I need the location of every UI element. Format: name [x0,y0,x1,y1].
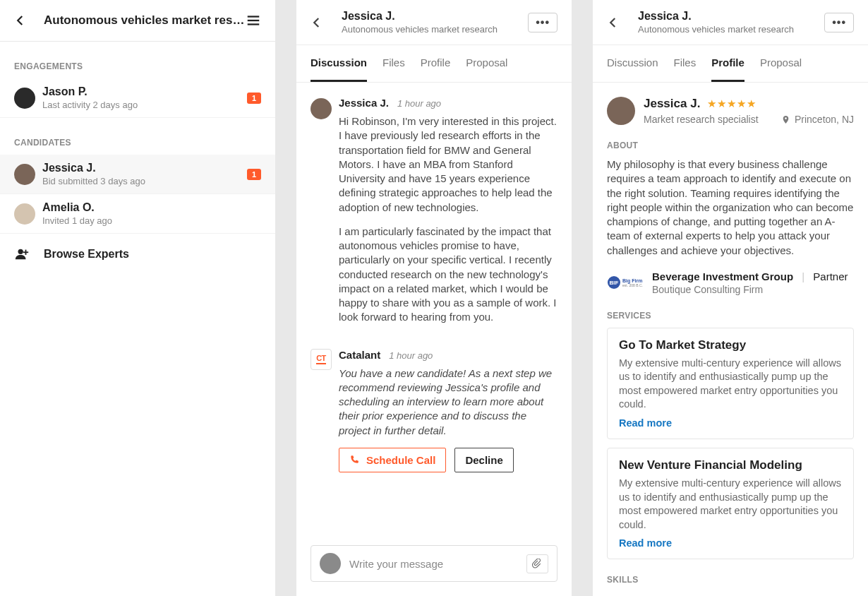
employer-text: Beverage Investment Group | Partner Bout… [652,270,854,295]
header-text: Jessica J. Autonomous vehicles market re… [342,10,528,35]
service-description: My extensive multi-century experience wi… [619,357,842,412]
message-author: Catalant [339,349,380,361]
person-name: Jason P. [42,85,247,98]
left-header: Autonomous vehicles market resear... [0,0,275,42]
tab-proposal[interactable]: Proposal [466,45,507,82]
tab-discussion[interactable]: Discussion [607,45,658,82]
header-name: Jessica J. [638,10,824,23]
menu-button[interactable] [246,13,261,28]
panel-header: Jessica J. Autonomous vehicles market re… [593,0,868,45]
employer-block: BIF Big Firm est. 208 B.C. Beverage Inve… [607,270,854,295]
notification-badge: 1 [247,169,261,180]
profile-role: Market research specialist [644,114,759,125]
notification-badge: 1 [247,93,261,104]
person-subtext: Invited 1 day ago [42,215,261,226]
engagement-row[interactable]: Jason P. Last activity 2 days ago 1 [0,78,275,118]
about-label: ABOUT [607,141,854,150]
rating-stars-icon: ★★★★★ [707,97,757,110]
person-subtext: Bid submitted 3 days ago [42,176,247,186]
message-text: Hi Robinson, I'm very interested in this… [339,114,557,325]
service-title: New Venture Financial Modeling [619,458,842,472]
about-text: My philosophy is that every business cha… [607,157,854,258]
decline-label: Decline [465,454,502,466]
avatar [14,164,35,185]
page-title: Autonomous vehicles market resear... [44,13,246,28]
read-more-link[interactable]: Read more [619,417,842,429]
tab-profile[interactable]: Profile [711,45,745,82]
discussion-body: Jessica J. 1 hour ago Hi Robinson, I'm v… [296,83,572,535]
message-author: Jessica J. [339,97,389,109]
profile-body: Jessica J. ★★★★★ Market research special… [593,83,868,596]
services-label: SERVICES [607,311,854,321]
candidate-row[interactable]: Jessica J. Bid submitted 3 days ago 1 [0,155,275,194]
attach-button[interactable] [526,554,548,573]
skills-label: SKILLS [607,575,854,585]
browse-experts-button[interactable]: Browse Experts [0,234,275,275]
message-paragraph: I am particularly fascinated by the impa… [339,225,557,325]
left-panel: Autonomous vehicles market resear... ENG… [0,0,275,596]
avatar [14,203,35,225]
message-time: 1 hour ago [389,350,433,361]
svg-rect-5 [23,251,28,253]
person-name: Jessica J. [42,162,247,174]
panel-gap [275,0,296,596]
schedule-call-label: Schedule Call [366,454,435,466]
back-button[interactable] [14,14,27,27]
tab-discussion[interactable]: Discussion [311,45,367,82]
message-paragraph: You have a new candidate! As a next step… [339,366,557,438]
service-card: Go To Market Strategy My extensive multi… [607,328,854,439]
message-content: Jessica J. 1 hour ago Hi Robinson, I'm v… [339,97,557,335]
message-text: You have a new candidate! As a next step… [339,366,557,438]
person-subtext: Last activity 2 days ago [42,100,247,110]
panel-gap [572,0,593,596]
candidate-row[interactable]: Amelia O. Invited 1 day ago [0,194,275,234]
message: Jessica J. 1 hour ago Hi Robinson, I'm v… [311,97,557,335]
service-card: New Venture Financial Modeling My extens… [607,448,854,559]
section-engagements-label: ENGAGEMENTS [0,42,275,78]
back-button[interactable] [607,16,620,29]
employer-logo-icon: BIF Big Firm est. 208 B.C. [607,271,644,294]
tab-proposal[interactable]: Proposal [760,45,802,82]
svg-point-3 [18,249,23,254]
tab-files[interactable]: Files [382,45,405,82]
read-more-link[interactable]: Read more [619,537,842,549]
header-subtitle: Autonomous vehicles market research [342,24,528,35]
browse-experts-label: Browse Experts [44,248,129,261]
more-button[interactable]: ••• [824,13,854,32]
discussion-panel: Jessica J. Autonomous vehicles market re… [296,0,572,596]
tabs: Discussion Files Profile Proposal [593,45,868,83]
schedule-call-button[interactable]: Schedule Call [339,448,446,472]
back-button[interactable] [311,16,323,29]
tabs: Discussion Files Profile Proposal [296,45,572,83]
person-meta: Amelia O. Invited 1 day ago [42,201,261,226]
tab-files[interactable]: Files [674,45,697,82]
more-button[interactable]: ••• [528,13,557,32]
person-meta: Jason P. Last activity 2 days ago [42,85,247,110]
person-name: Amelia O. [42,201,261,214]
compose-area [296,535,572,596]
location-text: Princeton, NJ [795,114,854,125]
header-text: Jessica J. Autonomous vehicles market re… [638,10,824,35]
profile-name: Jessica J. [644,97,700,111]
profile-location: Princeton, NJ [781,114,854,125]
add-user-icon [14,246,34,262]
employer-role: Partner [813,270,848,282]
panel-header: Jessica J. Autonomous vehicles market re… [296,0,572,45]
phone-icon [349,455,359,465]
service-title: Go To Market Strategy [619,338,842,352]
message-input[interactable] [349,558,518,570]
service-description: My extensive multi-century experience wi… [619,477,842,532]
tab-profile[interactable]: Profile [421,45,451,82]
system-message: CT Catalant 1 hour ago You have a new ca… [311,349,557,472]
person-meta: Jessica J. Bid submitted 3 days ago [42,162,247,186]
location-pin-icon [781,115,790,124]
compose-box[interactable] [311,545,557,582]
message-paragraph: Hi Robinson, I'm very interested in this… [339,114,557,215]
decline-button[interactable]: Decline [454,448,513,472]
employer-type: Boutique Consulting Firm [652,284,854,295]
avatar [320,553,341,574]
action-row: Schedule Call Decline [339,448,557,472]
profile-panel: Jessica J. Autonomous vehicles market re… [593,0,868,596]
section-candidates-label: CANDIDATES [0,118,275,155]
profile-top: Jessica J. ★★★★★ Market research special… [607,97,854,125]
